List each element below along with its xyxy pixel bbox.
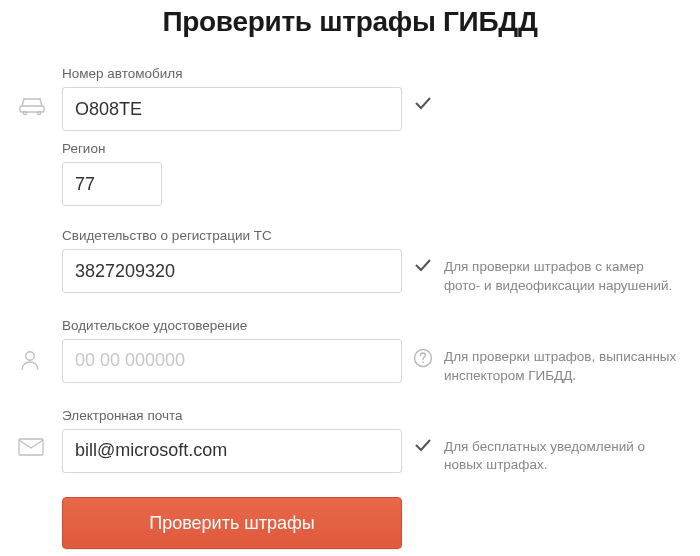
- license-input[interactable]: [62, 339, 402, 383]
- checkmark-icon: [402, 408, 444, 452]
- svg-rect-0: [20, 106, 44, 112]
- email-hint: Для бесплатных уведомлений о новых штраф…: [444, 408, 682, 476]
- plate-row: Номер автомобиля Регион: [18, 66, 682, 206]
- registration-label: Свидетельство о регистрации ТС: [62, 228, 402, 243]
- email-label: Электронная почта: [62, 408, 402, 423]
- registration-hint: Для проверки штрафов с камер фото- и вид…: [444, 228, 682, 296]
- plate-region-label: Регион: [62, 141, 162, 156]
- person-icon: [18, 318, 62, 372]
- envelope-icon: [18, 408, 62, 456]
- plate-number-label: Номер автомобиля: [62, 66, 402, 81]
- registration-row: Свидетельство о регистрации ТС Для прове…: [18, 228, 682, 296]
- plate-region-field: Регион: [62, 141, 162, 206]
- svg-point-5: [422, 361, 424, 363]
- license-hint: Для проверки штрафов, выписанных инспект…: [444, 318, 682, 386]
- checkmark-icon: [402, 228, 444, 272]
- help-icon[interactable]: [402, 318, 444, 368]
- page-title: Проверить штрафы ГИБДД: [18, 6, 682, 38]
- email-row: Электронная почта Для бесплатных уведомл…: [18, 408, 682, 476]
- submit-button[interactable]: Проверить штрафы: [62, 497, 402, 549]
- license-label: Водительское удостоверение: [62, 318, 402, 333]
- svg-point-2: [37, 111, 40, 114]
- checkmark-icon: [402, 66, 444, 110]
- registration-input[interactable]: [62, 249, 402, 293]
- plate-number-field: Номер автомобиля: [62, 66, 402, 131]
- svg-rect-6: [19, 439, 43, 455]
- plate-number-input[interactable]: [62, 87, 402, 131]
- car-icon: [18, 66, 62, 116]
- plate-region-input[interactable]: [62, 162, 162, 206]
- svg-point-3: [26, 352, 34, 360]
- license-row: Водительское удостоверение Для проверки …: [18, 318, 682, 386]
- email-input[interactable]: [62, 429, 402, 473]
- svg-point-1: [23, 111, 26, 114]
